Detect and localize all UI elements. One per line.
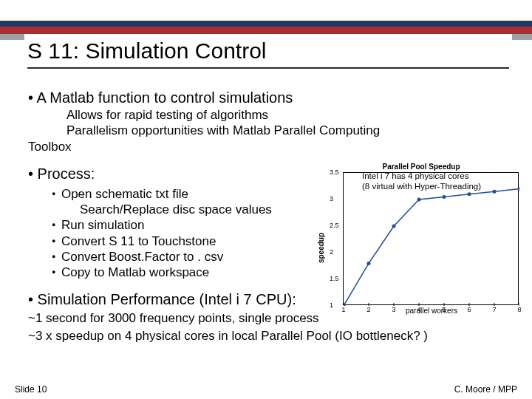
xtick: 8 — [512, 306, 527, 313]
slide-title: S 11: Simulation Control — [27, 38, 509, 69]
ytick: 2.5 — [330, 222, 339, 229]
xtick: 1 — [336, 306, 351, 313]
xtick: 5 — [437, 306, 451, 313]
bullet-sub-parallelism-cont: Toolbox — [28, 139, 507, 154]
title-container: S 11: Simulation Control — [24, 34, 512, 70]
chart-title: Parallel Pool Speedup — [322, 163, 520, 171]
chart-annotation-l1: Intel i 7 has 4 physical cores — [362, 171, 468, 180]
xtick: 4 — [412, 306, 426, 313]
chart-plot-area: 12345678 — [343, 172, 519, 305]
chart-annotation: Intel i 7 has 4 physical cores (8 virtua… — [362, 171, 525, 192]
xtick: 2 — [361, 306, 376, 313]
ytick: 1 — [330, 301, 333, 309]
svg-point-1 — [367, 262, 371, 265]
ytick: 1.5 — [330, 275, 339, 282]
ytick: 3.5 — [330, 168, 339, 176]
chart-annotation-l2: (8 virtual with Hyper-Threading) — [362, 182, 481, 191]
chart-ylabel: speedup — [317, 233, 325, 263]
bullet-sub-parallelism: Parallelism opportunities with Matlab Pa… — [66, 123, 507, 138]
slide-number: Slide 10 — [15, 384, 47, 395]
xtick: 7 — [487, 306, 502, 313]
author-label: C. Moore / MPP — [454, 384, 517, 395]
bullet-matlab-function: A Matlab function to control simulations — [28, 89, 507, 107]
chart-line — [344, 173, 519, 306]
svg-point-2 — [392, 225, 396, 228]
svg-point-3 — [417, 198, 421, 202]
bullet-sub-rapid-testing: Allows for rapid testing of algorithms — [66, 107, 507, 123]
xtick: 6 — [462, 306, 477, 313]
ytick: 3 — [330, 195, 333, 202]
perf-line-2: ~3 x speedup on 4 physical cores in loca… — [28, 328, 507, 344]
footer: Slide 10 C. Moore / MPP — [15, 384, 517, 395]
svg-point-5 — [468, 192, 471, 196]
svg-point-4 — [443, 195, 446, 199]
ytick: 2 — [330, 248, 333, 256]
xtick: 3 — [386, 306, 401, 313]
